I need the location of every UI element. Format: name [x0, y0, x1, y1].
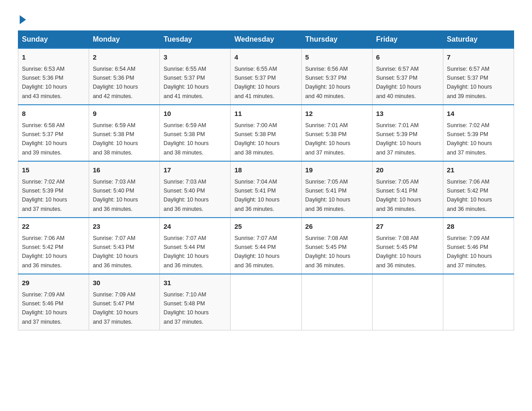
calendar-day-cell: 24 Sunrise: 7:07 AMSunset: 5:44 PMDaylig…	[160, 218, 231, 274]
day-number: 14	[447, 109, 510, 119]
calendar-day-cell: 7 Sunrise: 6:57 AMSunset: 5:37 PMDayligh…	[443, 48, 514, 105]
calendar-day-cell: 23 Sunrise: 7:07 AMSunset: 5:43 PMDaylig…	[89, 218, 160, 274]
calendar-day-cell: 6 Sunrise: 6:57 AMSunset: 5:37 PMDayligh…	[372, 48, 443, 105]
day-number: 12	[305, 109, 369, 119]
day-number: 13	[376, 109, 439, 119]
calendar-header-row: SundayMondayTuesdayWednesdayThursdayFrid…	[18, 31, 514, 49]
calendar-day-cell: 28 Sunrise: 7:09 AMSunset: 5:46 PMDaylig…	[443, 218, 514, 274]
day-info: Sunrise: 7:07 AMSunset: 5:43 PMDaylight:…	[93, 235, 138, 269]
calendar-week-row: 15 Sunrise: 7:02 AMSunset: 5:39 PMDaylig…	[18, 161, 514, 218]
calendar-day-cell: 18 Sunrise: 7:04 AMSunset: 5:41 PMDaylig…	[231, 161, 301, 218]
calendar-day-cell: 14 Sunrise: 7:02 AMSunset: 5:39 PMDaylig…	[443, 105, 514, 161]
calendar-day-cell: 20 Sunrise: 7:05 AMSunset: 5:41 PMDaylig…	[372, 161, 443, 218]
day-info: Sunrise: 6:56 AMSunset: 5:37 PMDaylight:…	[305, 66, 351, 99]
day-number: 1	[22, 52, 85, 63]
weekday-header-sunday: Sunday	[18, 31, 89, 49]
day-info: Sunrise: 7:08 AMSunset: 5:45 PMDaylight:…	[376, 235, 421, 269]
calendar-table: SundayMondayTuesdayWednesdayThursdayFrid…	[18, 30, 514, 330]
day-number: 29	[22, 278, 85, 288]
weekday-header-wednesday: Wednesday	[231, 31, 301, 49]
day-number: 4	[234, 52, 297, 63]
calendar-day-cell: 15 Sunrise: 7:02 AMSunset: 5:39 PMDaylig…	[18, 161, 89, 218]
day-info: Sunrise: 6:57 AMSunset: 5:37 PMDaylight:…	[376, 66, 421, 99]
day-number: 27	[376, 222, 439, 232]
calendar-day-cell	[443, 274, 514, 330]
calendar-day-cell: 31 Sunrise: 7:10 AMSunset: 5:48 PMDaylig…	[160, 274, 231, 330]
calendar-day-cell: 11 Sunrise: 7:00 AMSunset: 5:38 PMDaylig…	[231, 105, 301, 161]
calendar-day-cell: 19 Sunrise: 7:05 AMSunset: 5:41 PMDaylig…	[301, 161, 372, 218]
day-number: 10	[163, 109, 227, 119]
day-number: 15	[22, 165, 85, 176]
calendar-day-cell	[301, 274, 372, 330]
day-info: Sunrise: 7:03 AMSunset: 5:40 PMDaylight:…	[163, 179, 209, 212]
logo-arrow-icon	[20, 15, 26, 24]
day-info: Sunrise: 7:09 AMSunset: 5:46 PMDaylight:…	[447, 235, 492, 269]
day-number: 21	[447, 165, 510, 176]
day-info: Sunrise: 7:10 AMSunset: 5:48 PMDaylight:…	[163, 291, 209, 325]
day-info: Sunrise: 7:06 AMSunset: 5:42 PMDaylight:…	[447, 179, 492, 212]
day-number: 30	[93, 278, 156, 288]
day-info: Sunrise: 7:08 AMSunset: 5:45 PMDaylight:…	[305, 235, 351, 269]
calendar-day-cell: 4 Sunrise: 6:55 AMSunset: 5:37 PMDayligh…	[231, 48, 301, 105]
calendar-day-cell: 8 Sunrise: 6:58 AMSunset: 5:37 PMDayligh…	[18, 105, 89, 161]
day-info: Sunrise: 7:05 AMSunset: 5:41 PMDaylight:…	[305, 179, 351, 212]
weekday-header-saturday: Saturday	[443, 31, 514, 49]
calendar-week-row: 29 Sunrise: 7:09 AMSunset: 5:46 PMDaylig…	[18, 274, 514, 330]
day-info: Sunrise: 7:01 AMSunset: 5:39 PMDaylight:…	[376, 122, 421, 156]
day-number: 20	[376, 165, 439, 176]
day-info: Sunrise: 6:58 AMSunset: 5:37 PMDaylight:…	[22, 122, 67, 156]
calendar-week-row: 8 Sunrise: 6:58 AMSunset: 5:37 PMDayligh…	[18, 105, 514, 161]
day-number: 6	[376, 52, 439, 63]
day-number: 26	[305, 222, 369, 232]
day-number: 9	[93, 109, 156, 119]
calendar-day-cell: 17 Sunrise: 7:03 AMSunset: 5:40 PMDaylig…	[160, 161, 231, 218]
day-number: 2	[93, 52, 156, 63]
day-number: 25	[234, 222, 297, 232]
day-info: Sunrise: 7:02 AMSunset: 5:39 PMDaylight:…	[22, 179, 67, 212]
calendar-day-cell: 29 Sunrise: 7:09 AMSunset: 5:46 PMDaylig…	[18, 274, 89, 330]
day-info: Sunrise: 7:01 AMSunset: 5:38 PMDaylight:…	[305, 122, 351, 156]
day-info: Sunrise: 6:55 AMSunset: 5:37 PMDaylight:…	[234, 66, 279, 99]
calendar-day-cell: 26 Sunrise: 7:08 AMSunset: 5:45 PMDaylig…	[301, 218, 372, 274]
day-number: 11	[234, 109, 297, 119]
day-info: Sunrise: 7:09 AMSunset: 5:46 PMDaylight:…	[22, 291, 67, 325]
weekday-header-monday: Monday	[89, 31, 160, 49]
day-number: 18	[234, 165, 297, 176]
calendar-day-cell: 3 Sunrise: 6:55 AMSunset: 5:37 PMDayligh…	[160, 48, 231, 105]
calendar-day-cell: 9 Sunrise: 6:59 AMSunset: 5:38 PMDayligh…	[89, 105, 160, 161]
calendar-day-cell: 2 Sunrise: 6:54 AMSunset: 5:36 PMDayligh…	[89, 48, 160, 105]
day-info: Sunrise: 7:00 AMSunset: 5:38 PMDaylight:…	[234, 122, 279, 156]
weekday-header-friday: Friday	[372, 31, 443, 49]
day-info: Sunrise: 6:55 AMSunset: 5:37 PMDaylight:…	[163, 66, 209, 99]
day-number: 31	[163, 278, 227, 288]
day-number: 16	[93, 165, 156, 176]
day-info: Sunrise: 7:07 AMSunset: 5:44 PMDaylight:…	[163, 235, 209, 269]
weekday-header-tuesday: Tuesday	[160, 31, 231, 49]
day-number: 17	[163, 165, 227, 176]
calendar-day-cell: 5 Sunrise: 6:56 AMSunset: 5:37 PMDayligh…	[301, 48, 372, 105]
day-info: Sunrise: 6:57 AMSunset: 5:37 PMDaylight:…	[447, 66, 492, 99]
calendar-day-cell: 22 Sunrise: 7:06 AMSunset: 5:42 PMDaylig…	[18, 218, 89, 274]
calendar-day-cell: 30 Sunrise: 7:09 AMSunset: 5:47 PMDaylig…	[89, 274, 160, 330]
page-header	[18, 13, 514, 22]
day-info: Sunrise: 7:07 AMSunset: 5:44 PMDaylight:…	[234, 235, 279, 269]
calendar-day-cell	[231, 274, 301, 330]
day-info: Sunrise: 7:05 AMSunset: 5:41 PMDaylight:…	[376, 179, 421, 212]
calendar-week-row: 22 Sunrise: 7:06 AMSunset: 5:42 PMDaylig…	[18, 218, 514, 274]
day-info: Sunrise: 6:59 AMSunset: 5:38 PMDaylight:…	[163, 122, 209, 156]
weekday-header-thursday: Thursday	[301, 31, 372, 49]
day-info: Sunrise: 6:53 AMSunset: 5:36 PMDaylight:…	[22, 66, 67, 99]
calendar-day-cell: 27 Sunrise: 7:08 AMSunset: 5:45 PMDaylig…	[372, 218, 443, 274]
day-info: Sunrise: 7:09 AMSunset: 5:47 PMDaylight:…	[93, 291, 138, 325]
calendar-week-row: 1 Sunrise: 6:53 AMSunset: 5:36 PMDayligh…	[18, 48, 514, 105]
day-number: 7	[447, 52, 510, 63]
day-info: Sunrise: 7:06 AMSunset: 5:42 PMDaylight:…	[22, 235, 67, 269]
day-info: Sunrise: 6:59 AMSunset: 5:38 PMDaylight:…	[93, 122, 138, 156]
calendar-day-cell: 12 Sunrise: 7:01 AMSunset: 5:38 PMDaylig…	[301, 105, 372, 161]
day-number: 24	[163, 222, 227, 232]
calendar-day-cell: 16 Sunrise: 7:03 AMSunset: 5:40 PMDaylig…	[89, 161, 160, 218]
calendar-day-cell: 10 Sunrise: 6:59 AMSunset: 5:38 PMDaylig…	[160, 105, 231, 161]
calendar-day-cell: 21 Sunrise: 7:06 AMSunset: 5:42 PMDaylig…	[443, 161, 514, 218]
calendar-day-cell: 1 Sunrise: 6:53 AMSunset: 5:36 PMDayligh…	[18, 48, 89, 105]
day-number: 23	[93, 222, 156, 232]
